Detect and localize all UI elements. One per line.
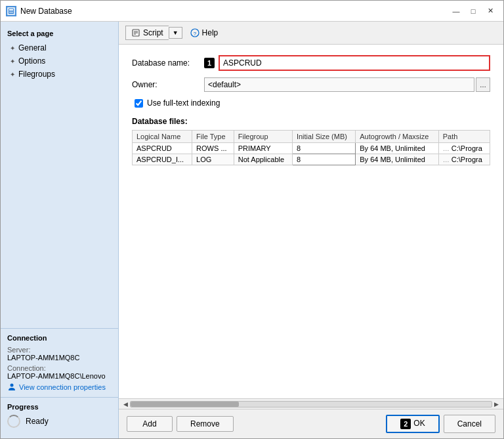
maximize-button[interactable]: □ xyxy=(465,5,481,18)
owner-input[interactable] xyxy=(204,77,474,92)
cell-file-type-0: ROWS ... xyxy=(192,143,234,154)
title-bar-left: New Database xyxy=(6,6,72,16)
help-button[interactable]: ? Help xyxy=(186,27,222,39)
col-filegroup: Filegroup xyxy=(234,131,292,143)
sidebar-label-general: General xyxy=(18,43,47,52)
cell-path-1: … C:\Progra xyxy=(438,154,490,165)
fulltext-label: Use full-text indexing xyxy=(147,98,220,108)
bottom-bar: ◀ ▶ Add Remove 2OK xyxy=(119,398,503,438)
table-row[interactable]: ASPCRUD_I... LOG Not Applicable 8 By 64 … xyxy=(133,154,490,165)
svg-rect-1 xyxy=(9,9,13,10)
fulltext-checkbox-row: Use full-text indexing xyxy=(132,98,490,108)
progress-spinner xyxy=(7,415,20,428)
col-initial-size: Initial Size (MB) xyxy=(292,131,355,143)
col-path: Path xyxy=(438,131,490,143)
cell-autogrowth-0: By 64 MB, Unlimited xyxy=(356,143,438,154)
arrow-icon: ✦ xyxy=(10,58,15,65)
ok-button[interactable]: 2OK xyxy=(386,415,439,433)
cell-autogrowth-1: By 64 MB, Unlimited xyxy=(356,154,438,165)
svg-point-3 xyxy=(10,384,14,387)
help-icon: ? xyxy=(190,28,200,37)
db-name-label: Database name: xyxy=(132,58,204,68)
sidebar-section-title: Select a page xyxy=(1,27,118,41)
progress-status: Ready xyxy=(26,417,49,426)
horizontal-scrollbar[interactable] xyxy=(130,401,492,408)
cell-logical-name-1: ASPCRUD_I... xyxy=(133,154,192,165)
db-name-row: Database name: 1 xyxy=(132,55,490,71)
server-value: LAPTOP-AMM1MQ8C xyxy=(7,354,112,362)
form-area: Database name: 1 Owner: … Use full-text … xyxy=(119,45,503,398)
sidebar-item-filegroups[interactable]: ✦ Filegroups xyxy=(1,68,118,81)
arrow-icon: ✦ xyxy=(10,45,15,52)
script-dropdown: Script ▼ xyxy=(125,26,182,40)
script-icon xyxy=(131,28,140,37)
owner-label: Owner: xyxy=(132,80,204,89)
close-button[interactable]: ✕ xyxy=(482,5,498,18)
progress-row: Ready xyxy=(7,415,112,428)
path-value-0: C:\Progra xyxy=(452,144,482,152)
add-button[interactable]: Add xyxy=(127,416,173,432)
cell-file-type-1: LOG xyxy=(192,154,234,165)
action-row: Add Remove 2OK Cancel xyxy=(119,409,503,438)
cell-filegroup-1: Not Applicable xyxy=(234,154,292,165)
connection-title: Connection xyxy=(7,334,112,342)
toolbar: Script ▼ ? Help xyxy=(119,22,503,45)
owner-row: Owner: … xyxy=(132,77,490,92)
script-dropdown-arrow[interactable]: ▼ xyxy=(169,27,182,39)
title-controls: — □ ✕ xyxy=(448,5,498,18)
cancel-button[interactable]: Cancel xyxy=(444,415,495,433)
path-dots-0[interactable]: … xyxy=(443,145,450,152)
svg-text:?: ? xyxy=(193,31,196,37)
sidebar-spacer xyxy=(1,81,118,328)
scrollbar-row: ◀ ▶ xyxy=(119,399,503,409)
cell-initial-size-1[interactable]: 8 xyxy=(292,154,355,165)
main-panel: Script ▼ ? Help Database name: 1 xyxy=(119,22,503,438)
col-file-type: File Type xyxy=(192,131,234,143)
connection-link-text: View connection properties xyxy=(19,383,106,391)
path-dots-1[interactable]: … xyxy=(443,156,450,163)
window-icon xyxy=(6,6,16,16)
col-autogrowth: Autogrowth / Maxsize xyxy=(356,131,438,143)
arrow-icon: ✦ xyxy=(10,71,15,78)
remove-button[interactable]: Remove xyxy=(177,416,234,432)
svg-rect-0 xyxy=(8,8,14,14)
main-window: New Database — □ ✕ Select a page ✦ Gener… xyxy=(0,0,504,439)
title-bar: New Database — □ ✕ xyxy=(1,1,503,22)
sidebar-item-options[interactable]: ✦ Options xyxy=(1,54,118,68)
cell-initial-size-0[interactable]: 8 xyxy=(292,143,355,154)
view-connection-properties-link[interactable]: View connection properties xyxy=(7,383,112,392)
server-label: Server: xyxy=(7,346,112,354)
ok-label: OK xyxy=(413,419,425,428)
fulltext-checkbox[interactable] xyxy=(135,99,143,108)
connection-label: Connection: xyxy=(7,364,112,372)
db-files-table: Logical Name File Type Filegroup Initial… xyxy=(132,130,490,165)
minimize-button[interactable]: — xyxy=(448,5,464,18)
script-label: Script xyxy=(143,28,163,37)
scrollbar-thumb xyxy=(131,402,239,407)
scroll-left-arrow[interactable]: ◀ xyxy=(121,401,130,408)
sidebar-label-options: Options xyxy=(18,56,45,66)
person-icon xyxy=(7,383,16,392)
cell-path-0: … C:\Progra xyxy=(438,143,490,154)
action-row-left: Add Remove xyxy=(127,416,234,432)
action-row-right: 2OK Cancel xyxy=(386,415,495,433)
help-label: Help xyxy=(202,28,219,37)
owner-browse-button[interactable]: … xyxy=(476,77,490,92)
connection-section: Connection Server: LAPTOP-AMM1MQ8C Conne… xyxy=(1,328,118,397)
window-title: New Database xyxy=(20,7,72,16)
scroll-right-arrow[interactable]: ▶ xyxy=(492,401,501,408)
sidebar-item-general[interactable]: ✦ General xyxy=(1,41,118,54)
db-name-input[interactable] xyxy=(219,55,490,71)
connection-value: LAPTOP-AMM1MQ8C\Lenovo xyxy=(7,372,112,380)
db-files-title: Database files: xyxy=(132,117,490,126)
progress-section: Progress Ready xyxy=(1,397,118,433)
content-area: Select a page ✦ General ✦ Options ✦ File… xyxy=(1,22,503,438)
svg-rect-2 xyxy=(9,12,13,12)
sidebar: Select a page ✦ General ✦ Options ✦ File… xyxy=(1,22,119,438)
script-button[interactable]: Script xyxy=(125,26,169,40)
table-row[interactable]: ASPCRUD ROWS ... PRIMARY 8 By 64 MB, Unl… xyxy=(133,143,490,154)
progress-title: Progress xyxy=(7,403,112,411)
path-value-1: C:\Progra xyxy=(452,156,482,163)
col-logical-name: Logical Name xyxy=(133,131,192,143)
db-name-badge: 1 xyxy=(204,58,215,68)
